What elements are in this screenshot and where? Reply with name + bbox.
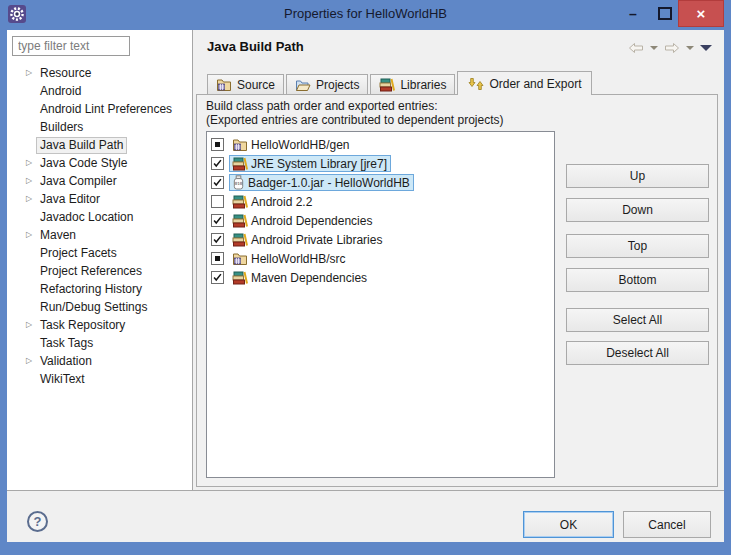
expand-arrow-icon[interactable]: ▷ xyxy=(26,172,36,190)
forward-arrow-icon[interactable] xyxy=(664,42,680,54)
dialog-body: ▷Resource Android Android Lint Preferenc… xyxy=(7,30,724,542)
list-item-jre-system-library[interactable]: JRE System Library [jre7] xyxy=(207,154,554,173)
sidebar-item-task-repository[interactable]: ▷Task Repository xyxy=(7,316,191,334)
footer-bar: ? OK Cancel xyxy=(7,491,724,542)
bottom-button[interactable]: Bottom xyxy=(566,268,709,292)
checkbox[interactable] xyxy=(211,214,224,227)
sidebar-item-maven[interactable]: ▷Maven xyxy=(7,226,191,244)
expand-arrow-icon[interactable]: ▷ xyxy=(26,154,36,172)
view-menu-icon[interactable] xyxy=(700,45,712,51)
cancel-button[interactable]: Cancel xyxy=(623,511,711,538)
library-icon xyxy=(232,195,248,209)
sidebar-item-task-tags[interactable]: Task Tags xyxy=(7,334,191,352)
library-icon xyxy=(232,157,248,171)
help-button[interactable]: ? xyxy=(27,511,48,532)
filter-input[interactable] xyxy=(12,36,130,56)
checkbox[interactable] xyxy=(211,233,224,246)
select-all-button[interactable]: Select All xyxy=(566,308,709,332)
back-dropdown-icon[interactable] xyxy=(650,46,658,50)
sidebar-item-javadoc-location[interactable]: Javadoc Location xyxy=(7,208,191,226)
list-item-android-private-libraries[interactable]: Android Private Libraries xyxy=(207,230,554,249)
list-item-maven-dependencies[interactable]: Maven Dependencies xyxy=(207,268,554,287)
ok-button[interactable]: OK xyxy=(523,511,614,538)
checkbox[interactable] xyxy=(211,176,224,189)
sidebar-item-resource[interactable]: ▷Resource xyxy=(7,64,191,82)
checkbox[interactable] xyxy=(211,195,224,208)
sidebar-item-android[interactable]: Android xyxy=(7,82,191,100)
sidebar-item-android-lint-preferences[interactable]: Android Lint Preferences xyxy=(7,100,191,118)
checkbox[interactable] xyxy=(211,252,224,265)
sidebar-item-project-references[interactable]: Project References xyxy=(7,262,191,280)
minimize-button[interactable]: – xyxy=(619,0,647,27)
page-title: Java Build Path xyxy=(207,39,304,54)
tab-libraries[interactable]: Libraries xyxy=(370,74,455,95)
tab-projects[interactable]: Projects xyxy=(286,74,368,95)
package-folder-icon xyxy=(232,252,248,266)
classpath-entry-list[interactable]: HelloWorldHB/gen JRE System Library [jre… xyxy=(206,131,555,478)
checkbox[interactable] xyxy=(211,157,224,170)
sidebar-item-wikitext[interactable]: WikiText xyxy=(7,370,191,388)
tab-source[interactable]: Source xyxy=(207,74,284,95)
list-item-helloworldhb-gen[interactable]: HelloWorldHB/gen xyxy=(207,135,554,154)
sidebar-item-refactoring-history[interactable]: Refactoring History xyxy=(7,280,191,298)
properties-dialog-window: Properties for HelloWorldHB – × ▷Resourc… xyxy=(0,0,731,555)
order-export-icon xyxy=(468,77,484,91)
jar-icon xyxy=(232,175,245,190)
sidebar-item-project-facets[interactable]: Project Facets xyxy=(7,244,191,262)
expand-arrow-icon[interactable]: ▷ xyxy=(26,316,36,334)
sidebar-item-builders[interactable]: Builders xyxy=(7,118,191,136)
up-button[interactable]: Up xyxy=(566,164,709,188)
description-line1: Build class path order and exported entr… xyxy=(206,99,437,113)
order-and-export-panel: Build class path order and exported entr… xyxy=(196,94,718,487)
sidebar-item-java-compiler[interactable]: ▷Java Compiler xyxy=(7,172,191,190)
sidebar-item-java-code-style[interactable]: ▷Java Code Style xyxy=(7,154,191,172)
library-icon xyxy=(232,271,248,285)
library-icon xyxy=(379,78,395,92)
preferences-sidebar: ▷Resource Android Android Lint Preferenc… xyxy=(7,30,193,490)
sidebar-item-java-editor[interactable]: ▷Java Editor xyxy=(7,190,191,208)
library-icon xyxy=(232,214,248,228)
checkbox[interactable] xyxy=(211,138,224,151)
expand-arrow-icon[interactable]: ▷ xyxy=(26,190,36,208)
preferences-tree: ▷Resource Android Android Lint Preferenc… xyxy=(7,64,191,388)
title-bar[interactable]: Properties for HelloWorldHB – × xyxy=(0,0,731,30)
library-icon xyxy=(232,233,248,247)
top-button[interactable]: Top xyxy=(566,234,709,258)
forward-dropdown-icon[interactable] xyxy=(686,46,694,50)
down-button[interactable]: Down xyxy=(566,198,709,222)
close-button[interactable]: × xyxy=(678,0,724,27)
package-folder-icon xyxy=(216,78,232,92)
header-navigation xyxy=(628,42,712,54)
package-folder-icon xyxy=(232,138,248,152)
maximize-icon xyxy=(658,7,672,20)
expand-arrow-icon[interactable]: ▷ xyxy=(26,226,36,244)
list-item-badger-jar[interactable]: Badger-1.0.jar - HelloWorldHB xyxy=(207,173,554,192)
back-arrow-icon[interactable] xyxy=(628,42,644,54)
maximize-button[interactable] xyxy=(651,0,679,27)
sidebar-item-validation[interactable]: ▷Validation xyxy=(7,352,191,370)
build-path-tabs: Source Projects Libraries Order and Expo… xyxy=(207,73,594,95)
expand-arrow-icon[interactable]: ▷ xyxy=(26,352,36,370)
tab-order-and-export[interactable]: Order and Export xyxy=(457,71,592,95)
sidebar-item-run-debug-settings[interactable]: Run/Debug Settings xyxy=(7,298,191,316)
description-line2: (Exported entries are contributed to dep… xyxy=(206,113,504,127)
expand-arrow-icon[interactable]: ▷ xyxy=(26,64,36,82)
checkbox[interactable] xyxy=(211,271,224,284)
deselect-all-button[interactable]: Deselect All xyxy=(566,341,709,365)
list-item-helloworldhb-src[interactable]: HelloWorldHB/src xyxy=(207,249,554,268)
sidebar-item-java-build-path[interactable]: Java Build Path xyxy=(7,136,191,154)
open-folder-icon xyxy=(295,78,311,92)
list-item-android-dependencies[interactable]: Android Dependencies xyxy=(207,211,554,230)
list-item-android-2-2[interactable]: Android 2.2 xyxy=(207,192,554,211)
